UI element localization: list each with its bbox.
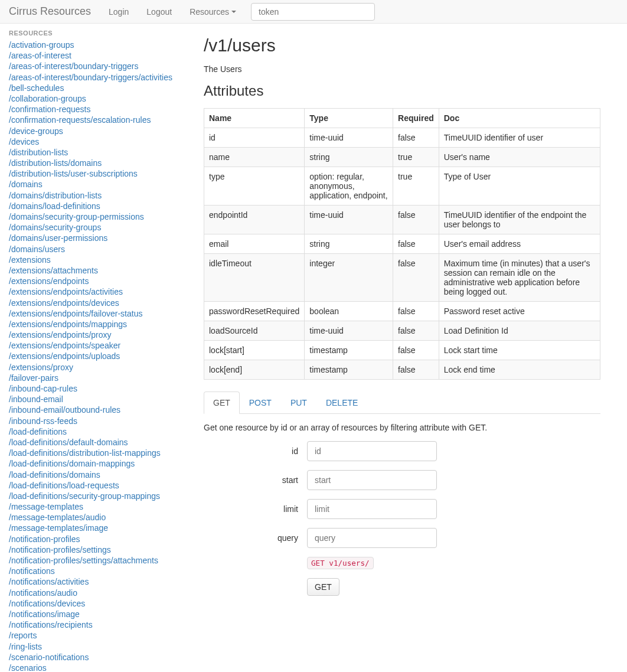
input-start[interactable]: [307, 470, 437, 490]
sidebar-item[interactable]: /notifications/activities: [9, 576, 186, 587]
sidebar-item[interactable]: /extensions/proxy: [9, 362, 186, 373]
cell-doc: Password reset active: [439, 302, 600, 321]
get-button[interactable]: GET: [307, 578, 339, 596]
sidebar-item[interactable]: /notifications/audio: [9, 588, 186, 598]
sidebar-item[interactable]: /extensions/endpoints: [9, 276, 186, 286]
sidebar-item[interactable]: /notifications/image: [9, 609, 186, 619]
cell-doc: TimeUUID identifier of the endpoint the …: [439, 205, 600, 234]
sidebar-item[interactable]: /notification-profiles/settings/attachme…: [9, 555, 186, 566]
sidebar-item[interactable]: /device-groups: [9, 126, 186, 136]
table-row: loadSourceIdtime-uuidfalseLoad Definitio…: [204, 321, 600, 341]
sidebar-item[interactable]: /failover-pairs: [9, 373, 186, 383]
sidebar-item[interactable]: /distribution-lists/user-subscriptions: [9, 168, 186, 179]
sidebar-item[interactable]: /extensions/endpoints/devices: [9, 298, 186, 308]
sidebar-item[interactable]: /message-templates/audio: [9, 512, 186, 523]
label-query: query: [204, 533, 298, 543]
tab-get[interactable]: GET: [204, 392, 240, 414]
sidebar-item[interactable]: /domains/security-group-permissions: [9, 211, 186, 222]
logout-link[interactable]: Logout: [138, 2, 181, 21]
sidebar-item[interactable]: /load-definitions/security-group-mapping…: [9, 491, 186, 501]
resources-dropdown[interactable]: Resources: [181, 2, 245, 21]
table-row: typeoption: regular, anonymous, applicat…: [204, 167, 600, 205]
label-limit: limit: [204, 504, 298, 514]
token-input[interactable]: [251, 3, 375, 21]
cell-doc: Type of User: [439, 167, 600, 205]
sidebar-item[interactable]: /scenario-notifications: [9, 652, 186, 663]
sidebar-item[interactable]: /domains: [9, 179, 186, 190]
sidebar-item[interactable]: /load-definitions/load-requests: [9, 480, 186, 491]
cell-required: false: [393, 341, 439, 360]
th-doc: Doc: [439, 109, 600, 128]
cell-type: time-uuid: [305, 205, 393, 234]
sidebar-item[interactable]: /extensions/endpoints/failover-status: [9, 308, 186, 319]
cell-type: string: [305, 148, 393, 167]
request-preview: GET v1/users/: [307, 557, 374, 569]
sidebar-item[interactable]: /inbound-rss-feeds: [9, 416, 186, 426]
sidebar-item[interactable]: /areas-of-interest/boundary-triggers: [9, 61, 186, 71]
sidebar-item[interactable]: /extensions/endpoints/speaker: [9, 340, 186, 351]
tab-put[interactable]: PUT: [281, 392, 316, 414]
sidebar-item[interactable]: /notifications/recipients: [9, 619, 186, 630]
sidebar-item[interactable]: /extensions: [9, 255, 186, 265]
cell-doc: User's name: [439, 148, 600, 167]
brand-link[interactable]: Cirrus Resources: [9, 1, 100, 22]
sidebar-item[interactable]: /load-definitions/domain-mappings: [9, 458, 186, 469]
sidebar-item[interactable]: /collaboration-groups: [9, 93, 186, 104]
sidebar-item[interactable]: /confirmation-requests: [9, 104, 186, 115]
sidebar-item[interactable]: /load-definitions/domains: [9, 469, 186, 480]
sidebar-item[interactable]: /domains/user-permissions: [9, 233, 186, 243]
sidebar-item[interactable]: /extensions/endpoints/activities: [9, 286, 186, 297]
input-limit[interactable]: [307, 499, 437, 519]
sidebar-item[interactable]: /devices: [9, 136, 186, 147]
sidebar-item[interactable]: /notifications/devices: [9, 598, 186, 609]
input-query[interactable]: [307, 528, 437, 548]
cell-name: lock[start]: [204, 341, 305, 360]
tab-post[interactable]: POST: [240, 392, 281, 414]
cell-doc: TimeUUID identifier of user: [439, 128, 600, 148]
th-type: Type: [305, 109, 393, 128]
login-link[interactable]: Login: [100, 2, 138, 21]
sidebar-item[interactable]: /activation-groups: [9, 40, 186, 50]
cell-doc: Lock end time: [439, 360, 600, 380]
sidebar-item[interactable]: /extensions/endpoints/uploads: [9, 351, 186, 361]
sidebar-item[interactable]: /domains/load-definitions: [9, 201, 186, 211]
sidebar-item[interactable]: /notification-profiles/settings: [9, 544, 186, 555]
sidebar-item[interactable]: /message-templates/image: [9, 523, 186, 533]
sidebar-item[interactable]: /extensions/endpoints/mappings: [9, 319, 186, 330]
sidebar-item[interactable]: /distribution-lists/domains: [9, 158, 186, 168]
cell-name: id: [204, 128, 305, 148]
cell-type: timestamp: [305, 341, 393, 360]
sidebar-item[interactable]: /reports: [9, 630, 186, 641]
sidebar-item[interactable]: /inbound-email/outbound-rules: [9, 404, 186, 415]
sidebar-item[interactable]: /ring-lists: [9, 641, 186, 652]
sidebar-item[interactable]: /domains/distribution-lists: [9, 190, 186, 201]
sidebar-item[interactable]: /notification-profiles: [9, 534, 186, 544]
sidebar-item[interactable]: /bell-schedules: [9, 83, 186, 93]
sidebar-item[interactable]: /areas-of-interest: [9, 50, 186, 61]
table-row: lock[start]timestampfalseLock start time: [204, 341, 600, 360]
table-row: emailstringfalseUser's email address: [204, 234, 600, 254]
sidebar-item[interactable]: /domains/security-groups: [9, 222, 186, 233]
attributes-table: Name Type Required Doc idtime-uuidfalseT…: [204, 108, 600, 380]
cell-type: string: [305, 234, 393, 254]
sidebar-item[interactable]: /inbound-cap-rules: [9, 383, 186, 394]
sidebar-item[interactable]: /confirmation-requests/escalation-rules: [9, 115, 186, 125]
sidebar-item[interactable]: /domains/users: [9, 244, 186, 255]
cell-name: name: [204, 148, 305, 167]
tab-delete[interactable]: DELETE: [316, 392, 367, 414]
sidebar-item[interactable]: /scenarios: [9, 663, 186, 672]
sidebar-item[interactable]: /distribution-lists: [9, 147, 186, 158]
sidebar-item[interactable]: /inbound-email: [9, 394, 186, 404]
sidebar-item[interactable]: /load-definitions/default-domains: [9, 437, 186, 448]
cell-required: false: [393, 360, 439, 380]
sidebar-item[interactable]: /message-templates: [9, 501, 186, 512]
input-id[interactable]: [307, 441, 437, 461]
sidebar-item[interactable]: /extensions/attachments: [9, 265, 186, 276]
sidebar-item[interactable]: /areas-of-interest/boundary-triggers/act…: [9, 72, 186, 83]
sidebar-item[interactable]: /extensions/endpoints/proxy: [9, 330, 186, 340]
sidebar-item[interactable]: /notifications: [9, 566, 186, 576]
cell-type: integer: [305, 254, 393, 302]
table-row: idleTimeoutintegerfalseMaximum time (in …: [204, 254, 600, 302]
sidebar-item[interactable]: /load-definitions/distribution-list-mapp…: [9, 448, 186, 458]
sidebar-item[interactable]: /load-definitions: [9, 426, 186, 437]
